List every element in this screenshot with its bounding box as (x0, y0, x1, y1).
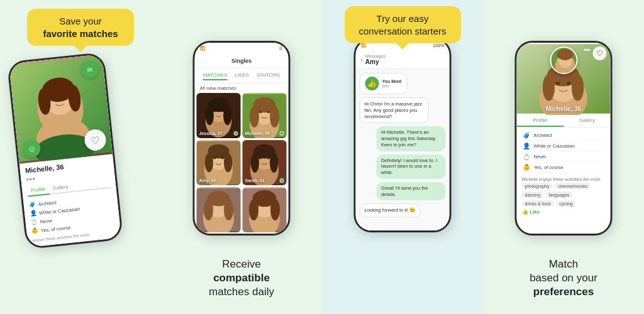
info-row-married: 💍 Never (522, 151, 606, 162)
match-card-amy[interactable]: Amy, 34 (197, 140, 241, 185)
svg-point-65 (557, 49, 573, 60)
tab-likes[interactable]: LIKES (235, 71, 249, 80)
msg-sent-2: Definitely! I would love to. I haven't b… (377, 154, 446, 179)
job-icon-4: 🧳 (522, 132, 531, 139)
phone-screen-1: ♡ ☺ ✉ Michelle, 36 ••• Profile (9, 54, 121, 247)
svg-point-52 (249, 199, 258, 220)
msg-received-2: Looking forward to it! 😊 (360, 203, 421, 217)
speech-bubble-1: Save your favorite matches (27, 9, 134, 46)
liked-statement-bubble: 👍 You liked jazz (360, 73, 408, 94)
bottom-line2-2: matches daily (209, 286, 274, 298)
svg-point-25 (267, 111, 270, 113)
app-title-2: Singles (231, 58, 252, 64)
svg-point-24 (258, 111, 262, 113)
children-icon-1: 👶 (31, 227, 39, 234)
phone-mockup-4: ♡ ••• Michelle, 36 Profile Gallery 🧳 Arc… (515, 41, 613, 236)
like-button-4[interactable]: 👍 Like (517, 207, 611, 217)
match-name-amy: Amy, 34 (199, 178, 216, 183)
svg-point-38 (251, 153, 259, 173)
bottom-bold-2: compatible (213, 272, 270, 284)
more-options-icon[interactable]: ••• (584, 46, 591, 53)
msg-text-1: Hi Chris! I'm a massive jazz fan. Any go… (365, 101, 423, 119)
matches-header: Singles (195, 54, 289, 68)
tab-gallery-1[interactable]: Gallery (48, 181, 73, 193)
svg-point-16 (213, 110, 216, 112)
battery-text-2: 🔋 (278, 46, 284, 51)
phone-screen-2: 📶 🔋 Singles MATCHES LIKES VISITORS 46 ne… (195, 43, 289, 234)
tab-profile-4[interactable]: Profile (517, 115, 564, 127)
match-name-sarah: Sarah, 41 (245, 178, 265, 183)
online-dot-jessica (234, 131, 238, 136)
tab-visitors[interactable]: VISITORS (257, 71, 280, 80)
svg-point-14 (206, 106, 214, 125)
battery-3: 100% (433, 43, 445, 48)
panel-preferences: ♡ ••• Michelle, 36 Profile Gallery 🧳 Arc… (483, 0, 644, 314)
svg-point-47 (224, 199, 233, 220)
match-card-6[interactable] (243, 187, 287, 232)
phone-screen-4: ♡ ••• Michelle, 36 Profile Gallery 🧳 Arc… (517, 43, 611, 234)
chat-header: ‹ Messages Amy (356, 51, 450, 69)
tab-matches[interactable]: MATCHES (203, 71, 228, 80)
match-card-jessica[interactable]: Jessica, 37 (197, 93, 241, 138)
matches-grid: Jessica, 37 Michelle, (195, 93, 289, 232)
messages-label: Messages (365, 54, 386, 58)
bubble-text-1: Save your (59, 16, 102, 26)
match-card-5[interactable] (197, 187, 241, 232)
online-dot-sarah (280, 178, 284, 183)
info-rows-4: 🧳 Architect 👤 White or Caucasian 💍 Never… (517, 127, 611, 175)
match-card-sarah[interactable]: Sarah, 41 (243, 140, 287, 185)
activities-label-4: Michelle enjoys these activities the mos… (517, 175, 611, 183)
svg-point-31 (224, 153, 232, 172)
svg-point-22 (250, 106, 259, 127)
match-name-jessica: Jessica, 37 (199, 131, 223, 136)
msg-text-3: Definitely! I would love to. I haven't b… (381, 158, 437, 176)
bottom-text-2: Receive compatible matches daily (161, 257, 322, 299)
signal-3: 📶 (361, 43, 367, 48)
info-married-4: Never (534, 154, 547, 160)
svg-point-58 (543, 74, 555, 100)
svg-point-23 (270, 106, 279, 127)
bubble-line1-3: Try our easy (377, 13, 429, 24)
tab-profile-1[interactable]: Profile (27, 184, 50, 197)
panel-matches: 📶 🔋 Singles MATCHES LIKES VISITORS 46 ne… (161, 0, 322, 314)
bubble-bold-1: favorite matches (43, 28, 118, 39)
status-bar-2: 📶 🔋 (195, 43, 289, 54)
svg-point-59 (572, 74, 584, 100)
married-icon-1: 💍 (30, 219, 38, 225)
profile-tabs-4: Profile Gallery (517, 115, 611, 127)
svg-point-41 (267, 157, 270, 160)
back-arrow-icon[interactable]: ‹ (361, 57, 363, 63)
liked-text: You liked jazz (382, 79, 402, 88)
bottom-line1-4: Match (549, 258, 578, 270)
tab-gallery-4[interactable]: Gallery (564, 115, 611, 127)
liked-text-strong: You liked (382, 79, 402, 84)
bottom-line1-2: Receive (222, 258, 260, 270)
bottom-line2-4: based on your (530, 272, 597, 284)
profile-header-4: ♡ ••• Michelle, 36 (517, 43, 611, 115)
like-label-4: Like (530, 209, 540, 215)
panel-conversation: Try our easy conversation starters 📶 100… (322, 0, 483, 314)
thumbs-icon-chat: 👍 (365, 77, 379, 90)
svg-point-17 (221, 110, 225, 112)
svg-point-32 (213, 157, 216, 160)
svg-point-46 (204, 199, 213, 220)
chat-person-name: Amy (365, 58, 386, 65)
bubble-line2-3: conversation starters (358, 26, 446, 36)
matches-count: 46 new matches (195, 84, 289, 93)
phone-screen-3: 📶 100% ‹ Messages Amy 👍 You liked jazz (356, 40, 450, 230)
phone-mockup-1: ♡ ☺ ✉ Michelle, 36 ••• Profile (7, 52, 124, 250)
tag-languages: languages (546, 192, 572, 198)
woman6-photo (243, 187, 287, 232)
panel-save-matches: Save your favorite matches (0, 0, 161, 314)
svg-point-15 (223, 106, 231, 125)
info-row-children: 👶 Yes, of course (522, 162, 606, 173)
msg-text-5: Looking forward to it! 😊 (365, 207, 416, 213)
svg-point-33 (221, 157, 225, 160)
job-icon-1: 🧳 (28, 201, 36, 208)
svg-point-39 (270, 153, 278, 173)
activity-cinema: cinema/movies (33, 242, 63, 247)
ethnicity-icon-4: 👤 (522, 143, 531, 149)
heart-icon-4[interactable]: ♡ (593, 46, 607, 60)
info-row-job: 🧳 Architect (522, 130, 606, 141)
match-card-michelle[interactable]: Michelle, 36 (243, 93, 287, 138)
